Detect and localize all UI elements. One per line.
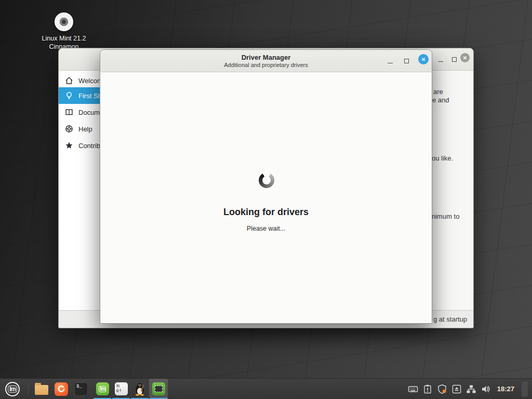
desktop-icon-label-line1: Linux Mint 21.2 xyxy=(25,34,103,43)
mint-welcome-icon: lm xyxy=(96,382,109,395)
shield-update-icon[interactable] xyxy=(437,384,447,394)
content-text-fragment: ou like. xyxy=(432,154,453,162)
maximize-button[interactable] xyxy=(402,56,411,65)
taskbar-window-input-method[interactable]: 和 ฎ ε xyxy=(112,379,130,399)
terminal-icon: $_ xyxy=(74,382,88,396)
tux-penguin-icon xyxy=(134,382,146,396)
driver-manager-content: Looking for drivers Please wait... xyxy=(100,73,432,323)
taskbar-window-driver-manager[interactable] xyxy=(149,379,168,399)
status-message: Please wait... xyxy=(100,225,432,232)
window-list: lm 和 ฎ ε xyxy=(93,379,168,399)
loading-spinner-icon xyxy=(259,172,274,188)
clipboard-alert-icon[interactable] xyxy=(422,384,433,394)
desktop: Linux Mint 21.2 Cinnamon ✕ are e and ou … xyxy=(0,0,532,399)
files-launcher[interactable] xyxy=(32,379,51,399)
show-desktop-button[interactable] xyxy=(522,381,528,397)
eject-icon[interactable] xyxy=(451,384,462,394)
sidebar-item-label: Help xyxy=(78,125,92,133)
star-icon xyxy=(65,141,73,150)
firefox-launcher[interactable] xyxy=(51,379,71,399)
folder-icon xyxy=(35,385,48,395)
terminal-launcher[interactable]: $_ xyxy=(71,379,91,399)
minimize-button[interactable] xyxy=(385,56,395,65)
book-icon xyxy=(65,108,73,116)
minimize-button[interactable] xyxy=(436,55,445,64)
close-button[interactable]: ✕ xyxy=(460,53,470,62)
window-title: Driver Manager xyxy=(100,54,432,61)
content-text-fragment: e and xyxy=(432,96,449,104)
disc-icon xyxy=(55,12,73,31)
desktop-icon-linux-mint[interactable]: Linux Mint 21.2 Cinnamon xyxy=(25,12,103,51)
window-subtitle: Additional and proprietary drivers xyxy=(100,62,432,68)
taskbar: lm $_ lm xyxy=(0,378,532,399)
lifesaver-icon xyxy=(65,125,73,133)
close-button[interactable]: ✕ xyxy=(418,54,429,64)
keyboard-icon[interactable] xyxy=(408,384,418,394)
system-tray: 18:27 xyxy=(408,381,532,397)
maximize-button[interactable] xyxy=(449,55,459,64)
taskbar-window-tux-app[interactable] xyxy=(130,379,149,399)
firefox-icon xyxy=(55,382,68,396)
status-heading: Looking for drivers xyxy=(100,207,432,218)
driver-manager-window: Driver Manager Additional and proprietar… xyxy=(100,49,432,324)
mint-menu-button[interactable]: lm xyxy=(0,379,25,399)
content-text-fragment: are xyxy=(433,88,443,96)
mint-logo-icon: lm xyxy=(5,382,20,396)
home-icon xyxy=(65,76,73,85)
network-icon[interactable] xyxy=(466,384,476,394)
panel-separator xyxy=(28,382,29,396)
driver-manager-titlebar[interactable]: Driver Manager Additional and proprietar… xyxy=(100,50,432,72)
startup-checkbox-label[interactable]: g at startup xyxy=(433,315,467,323)
clock[interactable]: 18:27 xyxy=(497,385,514,393)
select-area-icon xyxy=(152,382,165,395)
volume-icon[interactable] xyxy=(481,384,491,394)
lightbulb-icon xyxy=(65,91,73,100)
taskbar-window-welcome[interactable]: lm xyxy=(93,379,112,399)
input-method-icon: 和 ฎ ε xyxy=(115,382,128,395)
content-text-fragment: nimum to xyxy=(432,212,459,220)
